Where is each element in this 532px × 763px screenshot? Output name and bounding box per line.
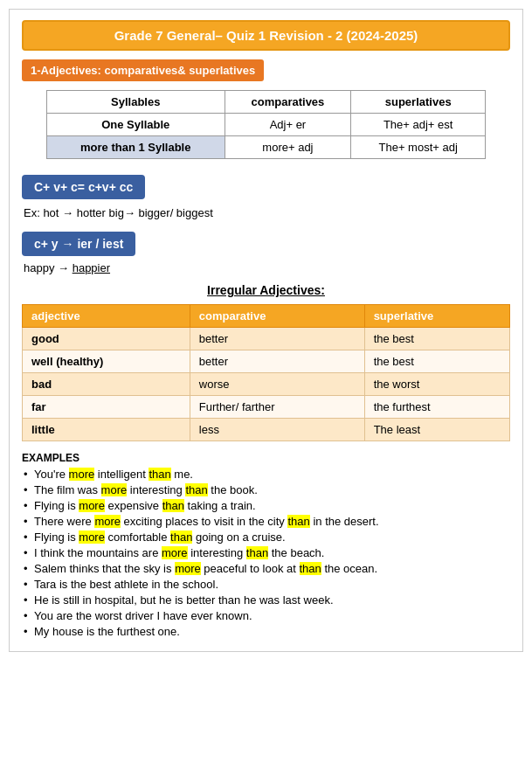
table-cell: little bbox=[23, 419, 190, 441]
highlight-word: than bbox=[185, 483, 207, 496]
superlatives-col-header: superlatives bbox=[351, 91, 486, 114]
examples-label: EXAMPLES bbox=[22, 452, 510, 464]
list-item: I think the mountains are more interesti… bbox=[22, 546, 510, 559]
list-item: Salem thinks that the sky is more peacef… bbox=[22, 562, 510, 575]
page-container: Grade 7 General– Quiz 1 Revision - 2 (20… bbox=[9, 9, 523, 652]
highlight-word: more bbox=[101, 483, 128, 496]
list-item: Flying is more expensive than taking a t… bbox=[22, 499, 510, 512]
comparatives-col-header: comparatives bbox=[225, 91, 351, 114]
one-syllable-label: One Syllable bbox=[46, 114, 225, 136]
syllables-col-header: Syllables bbox=[46, 91, 225, 114]
more-syllable-label: more than 1 Syllable bbox=[46, 136, 225, 159]
highlight-word: than bbox=[246, 546, 268, 559]
irr-comp-header: comparative bbox=[190, 305, 364, 328]
table-row: littlelessThe least bbox=[23, 419, 510, 441]
highlight-word: than bbox=[287, 515, 309, 528]
table-cell: well (healthy) bbox=[23, 350, 190, 373]
highlight-word: than bbox=[162, 499, 184, 512]
list-item: The film was more interesting than the b… bbox=[22, 483, 510, 496]
highlight-word: more bbox=[79, 499, 105, 512]
list-item: There were more exciting places to visit… bbox=[22, 515, 510, 528]
one-syllable-super: The+ adj+ est bbox=[351, 114, 486, 136]
highlight-word: more bbox=[69, 468, 95, 481]
table-row: farFurther/ fartherthe furthest bbox=[23, 396, 510, 419]
table-cell: worse bbox=[190, 373, 364, 396]
syllables-table: Syllables comparatives superlatives One … bbox=[46, 90, 486, 159]
section-title: 1-Adjectives: comparatives& superlatives bbox=[22, 59, 264, 81]
list-item: My house is the furthest one. bbox=[22, 625, 510, 638]
irr-adj-header: adjective bbox=[23, 305, 190, 328]
list-item: You're more intelligent than me. bbox=[22, 468, 510, 481]
table-cell: Further/ farther bbox=[190, 396, 364, 419]
table-row: One Syllable Adj+ er The+ adj+ est bbox=[46, 114, 485, 136]
highlight-word: more bbox=[94, 515, 121, 528]
irregular-adjectives-table: adjective comparative superlative goodbe… bbox=[22, 304, 510, 441]
table-cell: far bbox=[23, 396, 190, 419]
table-cell: better bbox=[190, 328, 364, 350]
list-item: He is still in hospital, but he is bette… bbox=[22, 593, 510, 607]
table-row: badworsethe worst bbox=[23, 373, 510, 396]
irr-super-header: superlative bbox=[364, 305, 509, 328]
formula-box-2: c+ y → ier / iest bbox=[22, 232, 135, 256]
more-syllable-comp: more+ adj bbox=[225, 136, 351, 159]
happy-text: happy bbox=[24, 261, 58, 274]
examples-section: EXAMPLES You're more intelligent than me… bbox=[22, 452, 510, 638]
irregular-title: Irregular Adjectives: bbox=[22, 283, 510, 297]
examples-list: You're more intelligent than me.The film… bbox=[22, 468, 510, 638]
highlight-word: more bbox=[162, 546, 188, 559]
formula-box-1: C+ v+ c= c+v+ cc bbox=[22, 175, 145, 199]
highlight-word: than bbox=[300, 562, 321, 575]
highlight-word: more bbox=[79, 531, 105, 544]
table-cell: the best bbox=[364, 328, 509, 350]
happy-arrow: → bbox=[58, 261, 73, 274]
happy-example: happy → happier bbox=[24, 261, 510, 274]
highlight-word: than bbox=[170, 531, 192, 544]
table-cell: the best bbox=[364, 350, 509, 373]
more-syllable-super: The+ most+ adj bbox=[351, 136, 486, 159]
example-hot-big: Ex: hot → hotter big→ bigger/ biggest bbox=[24, 206, 510, 219]
highlight-word: than bbox=[149, 468, 170, 481]
table-row: more than 1 Syllable more+ adj The+ most… bbox=[46, 136, 485, 159]
table-cell: bad bbox=[23, 373, 190, 396]
table-cell: better bbox=[190, 350, 364, 373]
table-cell: good bbox=[23, 328, 190, 350]
list-item: Tara is the best athlete in the school. bbox=[22, 578, 510, 591]
table-cell: the worst bbox=[364, 373, 509, 396]
table-row: well (healthy)betterthe best bbox=[23, 350, 510, 373]
list-item: You are the worst driver I have ever kno… bbox=[22, 609, 510, 622]
table-cell: The least bbox=[364, 419, 509, 441]
highlight-word: more bbox=[175, 562, 201, 575]
table-row: goodbetterthe best bbox=[23, 328, 510, 350]
happier-text: happier bbox=[73, 261, 110, 274]
table-cell: the furthest bbox=[364, 396, 509, 419]
one-syllable-comp: Adj+ er bbox=[225, 114, 351, 136]
table-cell: less bbox=[190, 419, 364, 441]
list-item: Flying is more comfortable than going on… bbox=[22, 531, 510, 544]
main-title: Grade 7 General– Quiz 1 Revision - 2 (20… bbox=[22, 20, 510, 51]
